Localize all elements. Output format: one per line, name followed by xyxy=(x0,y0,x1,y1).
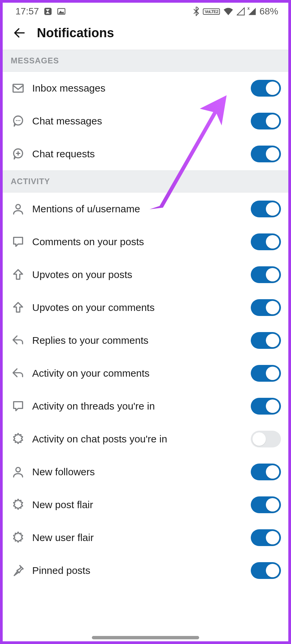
status-time: 17:57 xyxy=(15,6,39,17)
setting-row-chat-requests[interactable]: Chat requests xyxy=(3,138,288,170)
setting-row-new-followers[interactable]: New followers xyxy=(3,455,288,488)
svg-point-7 xyxy=(19,120,20,121)
volte-icon: VoLTE2 xyxy=(203,8,220,15)
burst-icon xyxy=(11,432,25,446)
setting-row-new-user-flair[interactable]: New user flair xyxy=(3,521,288,554)
toggle-comments-posts[interactable] xyxy=(251,233,281,250)
setting-label: Chat requests xyxy=(25,148,251,160)
toggle-chat-requests[interactable] xyxy=(251,146,281,162)
toggle-upvotes-posts[interactable] xyxy=(251,266,281,283)
section-header-activity: ACTIVITY xyxy=(3,170,288,193)
setting-row-activity-chat-posts[interactable]: Activity on chat posts you're in xyxy=(3,423,288,455)
comment-icon xyxy=(11,399,25,414)
status-bar: 17:57 VoLTE2 x 6 xyxy=(3,3,288,19)
settings-list: MESSAGESInbox messagesChat messagesChat … xyxy=(3,50,288,587)
toggle-new-followers[interactable] xyxy=(251,464,281,480)
svg-point-9 xyxy=(16,205,20,209)
setting-label: Activity on threads you're in xyxy=(25,400,251,412)
setting-row-new-post-flair[interactable]: New post flair xyxy=(3,488,288,521)
comment-icon xyxy=(11,234,25,249)
toggle-activity-comments[interactable] xyxy=(251,365,281,382)
setting-label: Upvotes on your posts xyxy=(25,269,251,280)
setting-row-upvotes-comments[interactable]: Upvotes on your comments xyxy=(3,291,288,324)
page-title: Notifications xyxy=(37,26,114,40)
reply-icon xyxy=(11,333,25,348)
signal-1-icon xyxy=(237,7,245,15)
user-icon xyxy=(11,465,25,479)
signal-2-icon: x xyxy=(248,7,256,15)
setting-row-replies-comments[interactable]: Replies to your comments xyxy=(3,324,288,357)
setting-row-upvotes-posts[interactable]: Upvotes on your posts xyxy=(3,258,288,291)
setting-label: Upvotes on your comments xyxy=(25,302,251,313)
envelope-icon xyxy=(11,81,25,96)
back-button[interactable] xyxy=(12,25,27,40)
svg-rect-3 xyxy=(13,84,23,92)
svg-point-6 xyxy=(17,120,18,121)
bluetooth-icon xyxy=(193,7,199,16)
toggle-mentions[interactable] xyxy=(251,201,281,217)
burst-icon xyxy=(11,530,25,545)
setting-label: Comments on your posts xyxy=(25,236,251,248)
chat-plus-icon xyxy=(11,147,25,161)
setting-label: New post flair xyxy=(25,499,251,511)
home-indicator xyxy=(92,636,199,639)
chat-dots-icon xyxy=(11,114,25,128)
setting-row-chat-messages[interactable]: Chat messages xyxy=(3,105,288,138)
setting-label: Activity on chat posts you're in xyxy=(25,433,251,445)
setting-label: Replies to your comments xyxy=(25,335,251,346)
svg-marker-2 xyxy=(58,11,64,14)
burst-icon xyxy=(11,497,25,512)
toggle-chat-messages[interactable] xyxy=(251,113,281,129)
sigma-app-icon xyxy=(44,7,52,16)
toggle-upvotes-comments[interactable] xyxy=(251,299,281,316)
svg-point-5 xyxy=(16,120,17,121)
setting-label: Mentions of u/username xyxy=(25,203,251,215)
toggle-activity-chat-posts[interactable] xyxy=(251,431,281,447)
toggle-new-post-flair[interactable] xyxy=(251,496,281,513)
upvote-icon xyxy=(11,267,25,282)
setting-label: New followers xyxy=(25,466,251,478)
toggle-new-user-flair[interactable] xyxy=(251,529,281,546)
toggle-pinned-posts[interactable] xyxy=(251,562,281,579)
setting-row-comments-posts[interactable]: Comments on your posts xyxy=(3,225,288,258)
setting-label: Inbox messages xyxy=(25,83,251,94)
pin-icon xyxy=(11,563,25,578)
app-header: Notifications xyxy=(3,19,288,50)
toggle-replies-comments[interactable] xyxy=(251,332,281,349)
setting-row-mentions[interactable]: Mentions of u/username xyxy=(3,193,288,225)
setting-label: Activity on your comments xyxy=(25,368,251,379)
setting-row-inbox-messages[interactable]: Inbox messages xyxy=(3,72,288,105)
gallery-app-icon xyxy=(57,7,66,16)
upvote-icon xyxy=(11,300,25,315)
section-header-messages: MESSAGES xyxy=(3,50,288,72)
setting-label: Chat messages xyxy=(25,115,251,127)
svg-point-10 xyxy=(16,468,20,472)
setting-row-activity-threads[interactable]: Activity on threads you're in xyxy=(3,390,288,423)
toggle-inbox-messages[interactable] xyxy=(251,80,281,97)
battery-percent: 68% xyxy=(259,6,278,17)
reply-icon xyxy=(11,366,25,381)
setting-label: New user flair xyxy=(25,532,251,543)
setting-row-activity-comments[interactable]: Activity on your comments xyxy=(3,357,288,390)
wifi-icon xyxy=(223,7,233,15)
setting-row-pinned-posts[interactable]: Pinned posts xyxy=(3,554,288,587)
user-icon xyxy=(11,202,25,216)
setting-label: Pinned posts xyxy=(25,565,251,576)
toggle-activity-threads[interactable] xyxy=(251,398,281,415)
